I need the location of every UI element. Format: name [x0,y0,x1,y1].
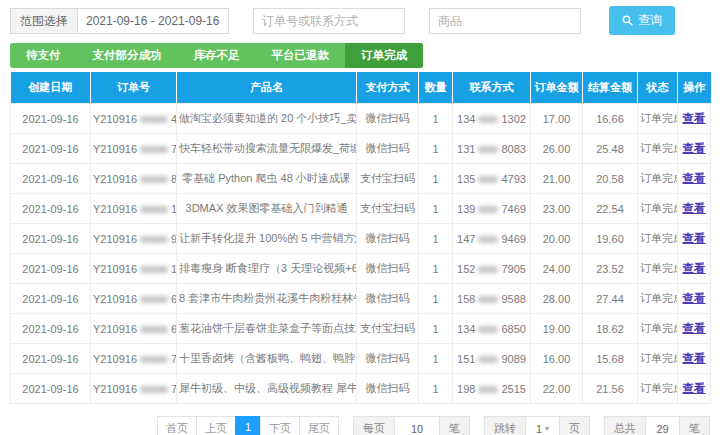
cell-payment-method: 微信扫码 [357,374,419,404]
view-link[interactable]: 查看 [683,382,706,394]
order-search-input[interactable] [253,8,405,34]
header-order-number: 订单号 [91,72,177,104]
cell-create-date: 2021-09-16 [11,374,91,404]
cell-payment-method: 微信扫码 [357,134,419,164]
header-payment-method: 支付方式 [357,72,419,104]
cell-product-name: 零基础 Python 爬虫 48 小时速成课 [177,164,357,194]
table-row: 2021-09-16Y2109167677快车轻松带动搜索流量无限爆发_荷塘月色… [11,134,711,164]
product-search-input[interactable] [429,8,581,34]
tab-platform-refunded[interactable]: 平台已退款 [256,43,346,68]
cell-status: 订单完成 [638,104,678,134]
per-page-label: 每页 [354,417,394,435]
view-link[interactable]: 查看 [683,202,706,214]
cell-quantity: 1 [419,134,453,164]
redacted-blur [478,326,498,333]
date-range-group: 范围选择 [10,8,229,34]
tab-pending-payment[interactable]: 待支付 [10,43,77,68]
tab-order-complete[interactable]: 订单完成 [345,43,423,68]
cell-order-number: Y2109168141 [91,164,177,194]
cell-payment-method: 微信扫码 [357,224,419,254]
cell-create-date: 2021-09-16 [11,104,91,134]
jump-page-select[interactable]: 1 ▾ [525,417,559,435]
cell-product-name: 3DMAX 效果图零基础入门到精通 [177,194,357,224]
header-product-name: 产品名 [177,72,357,104]
redacted-blur [478,236,498,243]
redacted-blur [140,206,168,213]
cell-product-name: 快车轻松带动搜索流量无限爆发_荷塘月色论坛 [177,134,357,164]
table-row: 2021-09-16Y2109161921排毒瘦身 断食理疗（3 天理论视频+6… [11,254,711,284]
header-status: 状态 [638,72,678,104]
table-row: 2021-09-16Y2109164408做淘宝必须要知道的 20 个小技巧_卖… [11,104,711,134]
redacted-blur [478,386,498,393]
cell-status: 订单完成 [638,254,678,284]
cell-order-amount: 23.00 [531,194,583,224]
redacted-blur [478,206,498,213]
cell-contact: 1346850 [453,314,531,344]
cell-status: 订单完成 [638,344,678,374]
cell-order-amount: 17.00 [531,104,583,134]
per-page-input[interactable] [404,422,430,435]
search-button[interactable]: 查询 [609,6,675,35]
redacted-blur [478,176,498,183]
view-link[interactable]: 查看 [683,322,706,334]
view-link[interactable]: 查看 [683,262,706,274]
cell-order-amount: 20.00 [531,224,583,254]
redacted-blur [140,236,168,243]
redacted-blur [140,176,168,183]
view-link[interactable]: 查看 [683,112,706,124]
header-operation: 操作 [678,72,711,104]
cell-contact: 1589588 [453,284,531,314]
cell-operation: 查看 [678,374,711,404]
cell-status: 订单完成 [638,164,678,194]
per-page-group: 每页 笔 [353,416,470,435]
view-link[interactable]: 查看 [683,232,706,244]
view-link[interactable]: 查看 [683,172,706,184]
total-count: 29 [645,417,679,435]
cell-settle-amount: 23.52 [583,254,638,284]
cell-operation: 查看 [678,134,711,164]
next-page-button[interactable]: 下页 [260,416,300,435]
cell-payment-method: 微信扫码 [357,254,419,284]
current-page-button[interactable]: 1 [235,416,261,435]
tab-out-of-stock[interactable]: 库存不足 [178,43,256,68]
cell-settle-amount: 21.56 [583,374,638,404]
redacted-blur [478,116,498,123]
cell-status: 订单完成 [638,314,678,344]
view-link[interactable]: 查看 [683,352,706,364]
view-link[interactable]: 查看 [683,142,706,154]
cell-create-date: 2021-09-16 [11,194,91,224]
redacted-blur [140,146,168,153]
last-page-button[interactable]: 尾页 [299,416,339,435]
redacted-blur [140,266,168,273]
header-create-date: 创建日期 [11,72,91,104]
cell-product-name: 排毒瘦身 断食理疗（3 天理论视频+6 天跟练音频） [177,254,357,284]
redacted-blur [478,146,498,153]
cell-quantity: 1 [419,104,453,134]
cell-settle-amount: 22.54 [583,194,638,224]
pagination-bar: 首页 上页 1 下页 尾页 每页 笔 跳转 1 ▾ 页 总共 29 笔 [0,416,710,435]
view-link[interactable]: 查看 [683,292,706,304]
cell-create-date: 2021-09-16 [11,344,91,374]
search-icon [622,15,633,26]
prev-page-button[interactable]: 上页 [196,416,236,435]
cell-order-amount: 26.00 [531,134,583,164]
cell-quantity: 1 [419,194,453,224]
total-group: 总共 29 笔 [604,416,710,435]
cell-settle-amount: 15.68 [583,344,638,374]
table-row: 2021-09-16Y2109169929让新手转化提升 100%的 5 中营销… [11,224,711,254]
cell-order-number: Y2109164408 [91,104,177,134]
table-row: 2021-09-16Y2109166677葱花油饼千层春饼韭菜盒子等面点技术支付… [11,314,711,344]
range-select-label: 范围选择 [10,8,77,34]
status-tabs: 待支付 支付部分成功 库存不足 平台已退款 订单完成 [10,43,423,68]
cell-settle-amount: 19.60 [583,224,638,254]
cell-settle-amount: 18.62 [583,314,638,344]
cell-product-name: 犀牛初级、中级、高级视频教程 犀牛教程 [177,374,357,404]
first-page-button[interactable]: 首页 [157,416,197,435]
cell-quantity: 1 [419,284,453,314]
cell-order-amount: 21.00 [531,164,583,194]
cell-order-amount: 16.00 [531,344,583,374]
table-row: 2021-09-16Y2109167258十里香卤烤（含酱板鸭、鸭翅、鸭脖）小吃… [11,344,711,374]
total-unit: 笔 [679,417,709,435]
tab-partial-payment-success[interactable]: 支付部分成功 [77,43,178,68]
date-range-input[interactable] [77,8,229,34]
